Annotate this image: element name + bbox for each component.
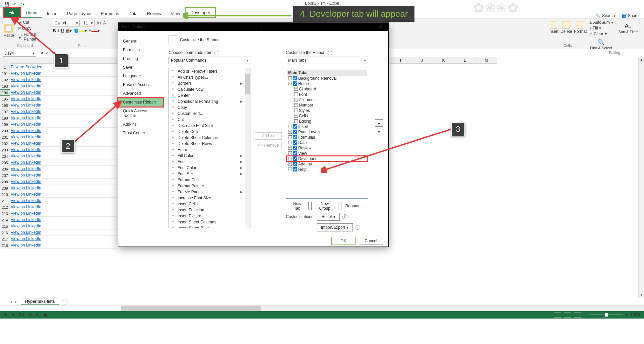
row-header[interactable]: 210 <box>0 191 10 198</box>
row-header[interactable]: 206 <box>0 166 10 172</box>
cell[interactable]: View on LinkedIn <box>10 70 117 77</box>
cell[interactable]: View on LinkedIn <box>10 89 117 96</box>
insert-cells-button[interactable]: Insert <box>549 21 559 34</box>
row-header[interactable]: 218 <box>0 242 10 249</box>
command-item[interactable]: ▫Delete Sheet Columns <box>169 135 251 141</box>
info-icon[interactable]: i <box>328 51 332 55</box>
cell[interactable]: View on LinkedIn <box>10 191 117 198</box>
cell[interactable]: View on LinkedIn <box>10 140 117 147</box>
clear-button[interactable]: ◇ Clear ▾ <box>588 31 615 37</box>
vertical-scrollbar[interactable]: ▴ ▾ <box>638 57 644 298</box>
cell[interactable]: View on LinkedIn <box>10 115 117 121</box>
cell[interactable]: View on LinkedIn <box>10 134 117 140</box>
search-box[interactable]: 🔍 Search <box>596 13 615 18</box>
row-header[interactable]: 192 <box>0 77 10 83</box>
row-header[interactable]: 198 <box>0 115 10 121</box>
row-header[interactable]: 197 <box>0 109 10 115</box>
row-header[interactable]: 212 <box>0 204 10 210</box>
info-icon[interactable]: i <box>214 51 219 55</box>
command-item[interactable]: ▫Format Painter <box>169 183 251 189</box>
borders-button[interactable]: ▦▾ <box>66 28 72 33</box>
tree-node[interactable]: +Insert <box>287 124 367 129</box>
dialog-nav-item[interactable]: Customize Ribbon <box>117 97 164 108</box>
undo-icon[interactable]: ↶ <box>12 2 17 7</box>
italic-button[interactable]: I <box>58 28 59 33</box>
sort-filter-button[interactable]: A↓Sort & Filter <box>619 23 638 34</box>
tab-file[interactable]: File <box>3 7 21 18</box>
cancel-formula-icon[interactable]: ✕ <box>40 51 44 56</box>
command-item[interactable]: ▫All Chart Types... <box>169 74 251 80</box>
cell[interactable]: View on LinkedIn <box>10 109 117 115</box>
cell[interactable]: View on LinkedIn <box>10 102 117 109</box>
copy-button[interactable]: ⎘ Copy <box>17 26 47 31</box>
cell[interactable]: View on LinkedIn <box>10 223 117 229</box>
ribbon-tree[interactable]: Main Tabs +Background Removal-Home+Clipb… <box>286 68 368 199</box>
row-header[interactable]: 208 <box>0 179 10 185</box>
row-header[interactable]: 201 <box>0 134 10 140</box>
command-item[interactable]: ▫Fill Color▶ <box>169 153 251 159</box>
zoom-out-icon[interactable]: − <box>584 313 586 317</box>
dialog-nav-item[interactable]: Language <box>118 72 163 80</box>
bold-button[interactable]: B <box>53 28 56 33</box>
row-header[interactable]: 213 <box>0 210 10 217</box>
dialog-nav-item[interactable]: Quick Access Toolbar <box>118 107 163 120</box>
row-header[interactable]: 203 <box>0 147 10 153</box>
command-item[interactable]: ▫Decrease Font Size <box>169 123 251 129</box>
new-tab-button[interactable]: New Tab <box>286 202 309 210</box>
format-painter-button[interactable]: 🖌 Format Painter <box>17 32 47 42</box>
command-item[interactable]: ▫Add or Remove Filters <box>169 68 251 74</box>
font-name-combo[interactable]: Calibri▾ <box>53 20 80 26</box>
command-item[interactable]: ▫Calculate Now <box>169 86 251 92</box>
import-export-button[interactable]: Import/Export ▾ <box>317 223 353 231</box>
tree-node[interactable]: +View <box>287 151 367 156</box>
underline-button[interactable]: U <box>61 28 64 33</box>
remove-button[interactable]: << Remove <box>255 142 282 149</box>
customize-ribbon-combo[interactable]: Main Tabs▾ <box>286 57 368 64</box>
command-item[interactable]: ▫Cut <box>169 117 251 123</box>
command-item[interactable]: ▫Delete Cells... <box>169 129 251 135</box>
cell[interactable]: View on LinkedIn <box>10 166 117 172</box>
tree-node[interactable]: -Home <box>287 81 367 86</box>
dialog-nav-item[interactable]: Save <box>118 63 163 72</box>
tab-formulas[interactable]: Formulas <box>96 9 124 18</box>
cell[interactable]: View on LinkedIn <box>10 172 117 179</box>
tab-page-layout[interactable]: Page Layout <box>62 9 96 18</box>
rename-button[interactable]: Rename... <box>341 202 368 210</box>
row-header[interactable]: 200 <box>0 128 10 134</box>
command-item[interactable]: ▫Center <box>169 92 251 98</box>
dialog-nav-item[interactable]: Formulas <box>118 46 163 54</box>
autosum-button[interactable]: Σ AutoSum ▾ <box>588 20 615 25</box>
tree-node[interactable]: +Alignment <box>287 97 367 102</box>
page-break-view-icon[interactable] <box>574 312 581 318</box>
row-header[interactable]: 214 <box>0 217 10 223</box>
row-header[interactable]: 202 <box>0 140 10 147</box>
move-up-button[interactable]: ▲ <box>375 119 383 127</box>
redo-icon[interactable]: ↷ <box>20 2 25 7</box>
cell[interactable]: View on LinkedIn <box>10 153 117 159</box>
row-header[interactable]: 207 <box>0 172 10 179</box>
cell[interactable]: View on LinkedIn <box>10 159 117 166</box>
delete-cells-button[interactable]: Delete <box>561 21 572 34</box>
col-header[interactable]: L <box>454 57 476 64</box>
row-header[interactable]: 195 <box>0 96 10 102</box>
command-item[interactable]: ▫Borders▶ <box>169 80 251 86</box>
row-header[interactable]: 215 <box>0 223 10 229</box>
tree-node[interactable]: +Help <box>287 167 367 172</box>
sheet-tab[interactable]: Hyperlinks lists <box>21 298 59 305</box>
row-header[interactable]: 1 <box>0 64 10 70</box>
tab-home[interactable]: Home <box>21 8 42 18</box>
share-button[interactable]: 👥 Share <box>622 13 639 18</box>
tree-node[interactable]: +Cells <box>287 113 367 119</box>
paste-button[interactable]: Paste <box>3 24 15 38</box>
row-header[interactable]: 217 <box>0 236 10 242</box>
tree-node[interactable]: +Editing <box>287 119 367 124</box>
save-icon[interactable]: 💾 <box>4 2 9 7</box>
cell[interactable]: View on LinkedIn <box>10 229 117 236</box>
dialog-nav-item[interactable]: Ease of Access <box>118 80 163 89</box>
command-item[interactable]: ▫Delete Sheet Rows <box>169 141 251 147</box>
row-header[interactable]: 199 <box>0 121 10 128</box>
command-item[interactable]: ▫Font Size▶ <box>169 171 251 177</box>
row-header[interactable]: 209 <box>0 185 10 191</box>
move-down-button[interactable]: ▼ <box>375 129 383 136</box>
reset-button[interactable]: Reset ▾ <box>317 213 339 221</box>
